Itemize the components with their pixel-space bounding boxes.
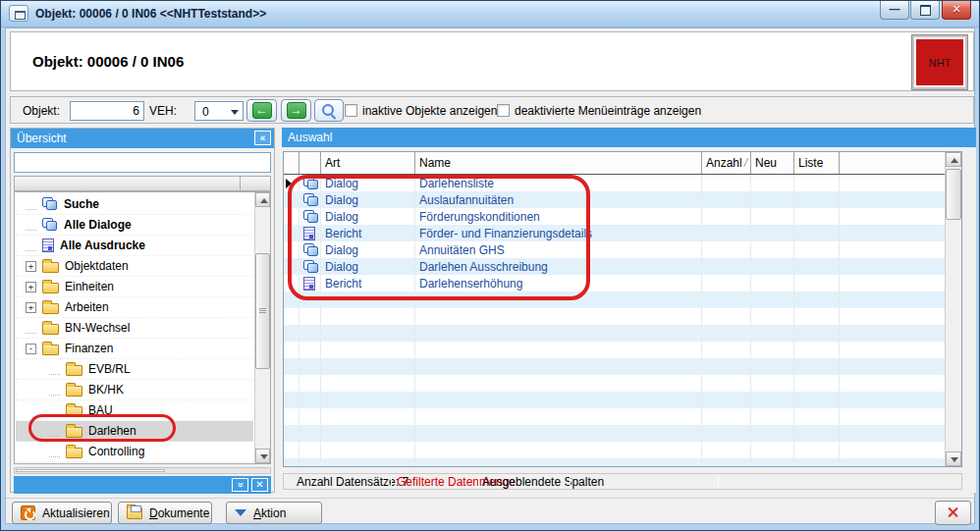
row-cell [840,241,945,258]
tree-horizontal-scrollbar[interactable] [14,467,271,474]
col-extra[interactable] [840,152,945,174]
tree-item-alle-ausdrucke[interactable]: Alle Ausdrucke [16,236,253,256]
veh-label: VEH: [149,104,177,118]
tree-list: SucheAlle DialogeAlle Ausdrucke+Objektda… [16,193,253,462]
row-icon-cell [299,208,321,225]
row-cell [751,425,794,442]
row-art-cell [321,408,415,425]
row-cell [702,408,751,425]
tree-item-evb-rl[interactable]: EVB/RL [16,359,253,380]
col-icon[interactable] [299,152,321,174]
scroll-up-icon[interactable] [946,152,961,167]
table-row-empty [284,308,945,325]
tree-item-label: Controlling [88,445,144,458]
tree-item-controlling[interactable]: Controlling [16,442,253,462]
tree-item-einheiten[interactable]: +Einheiten [16,277,253,297]
row-selector-cell [284,175,299,191]
dialog-close-button[interactable]: ✕ [935,501,971,525]
row-icon-cell [299,275,321,292]
col-anzahl[interactable]: Anzahl/ [702,152,751,174]
row-name-cell: Förder- und Finanzierungsdetails [415,225,702,241]
scroll-down-icon[interactable] [255,449,270,463]
row-art-cell [321,375,415,392]
table-row[interactable]: BerichtDarlehenserhöhung [284,275,945,292]
row-art-cell [321,442,415,458]
tree-item-label: BAU [88,403,113,417]
sidebar-close-button[interactable]: ✕ [251,478,268,492]
action-button[interactable]: Aktion [226,502,322,524]
system-menu-icon[interactable] [9,5,28,22]
table-row[interactable]: DialogFörderungskonditionen [284,208,945,225]
row-cell [702,208,751,225]
application-window: Objekt: 00006 / 0 IN06 <<NHTTeststand>> … [0,0,980,531]
tree-item-bn-wechsel[interactable]: BN-Wechsel [16,318,253,339]
forward-button[interactable]: → [281,99,311,122]
table-row[interactable]: BerichtFörder- und Finanzierungsdetails [284,225,945,241]
col-art[interactable]: Art [321,152,415,174]
tree-item-alle-dialoge[interactable]: Alle Dialoge [16,215,253,236]
minus-expander-icon[interactable]: - [26,344,36,354]
inactive-objects-checkbox[interactable] [345,104,357,117]
close-button[interactable]: ✕ [942,1,971,20]
tree-item-suche[interactable]: Suche [16,194,253,215]
table-row[interactable]: DialogDarlehensliste [284,175,945,191]
sidebar-bottom-bar: « ✕ [14,476,271,494]
col-selector[interactable] [284,152,299,174]
row-cell [702,275,751,292]
row-art-cell: Dialog [321,241,415,258]
table-row[interactable]: DialogAuslaufannuitäten [284,191,945,208]
minimize-button[interactable]: — [880,1,909,20]
row-cell [840,175,945,191]
table-row-empty [284,292,945,308]
deactivated-entries-checkbox[interactable] [497,104,510,117]
table-row[interactable]: DialogAnnuitäten GHS [284,241,945,258]
report-icon [42,239,54,252]
row-cell [840,358,945,375]
selection-table: Art Name Anzahl/ Neu Liste DialogDarlehe… [283,151,962,467]
col-name[interactable]: Name [415,152,702,174]
plus-expander-icon[interactable]: + [26,302,36,313]
tree-item-bau[interactable]: BAU [16,400,253,421]
objekt-input[interactable] [70,101,144,121]
dialog-icon [42,218,58,232]
row-cell [794,225,840,241]
refresh-button[interactable]: Aktualisieren [12,502,112,524]
tree-item-bk-hk[interactable]: BK/HK [16,380,253,400]
sort-indicator-icon: / [744,152,747,174]
col-neu[interactable]: Neu [751,152,794,174]
tree-item-finanzen[interactable]: -Finanzen [16,339,253,359]
row-cell [794,425,840,442]
plus-expander-icon[interactable]: + [26,282,36,292]
sidebar-list-header [14,176,271,191]
veh-value: 0 [202,105,209,119]
row-cell [840,342,945,358]
collapse-sidebar-button[interactable]: « [254,131,271,145]
row-icon-cell [299,225,321,241]
row-cell [840,308,945,325]
scroll-down-icon[interactable] [946,451,961,466]
row-selector-cell [284,442,299,458]
veh-select[interactable]: 0 [194,101,244,121]
documents-button[interactable]: Dokumente [118,502,212,524]
dialog-icon [303,210,319,224]
expand-down-button[interactable]: « [232,478,248,492]
search-button[interactable] [314,99,344,122]
tree-item-arbeiten[interactable]: +Arbeiten [16,297,253,318]
tree-item-objektdaten[interactable]: +Objektdaten [16,256,253,277]
table-scrollbar[interactable] [945,152,961,466]
row-cell [840,225,945,241]
plus-expander-icon[interactable]: + [26,261,36,272]
row-selector-cell [284,191,299,208]
scrollbar-thumb[interactable] [946,169,961,220]
dialog-icon [303,177,319,190]
sidebar-filter-input[interactable] [14,152,271,173]
maximize-button[interactable] [910,1,940,20]
scroll-up-icon[interactable] [255,192,270,207]
back-button[interactable]: ← [246,99,277,122]
tree-item-darlehen[interactable]: Darlehen [16,421,253,442]
refresh-button-label: Aktualisieren [42,506,110,520]
tree-scrollbar[interactable] [254,192,270,463]
scrollbar-thumb[interactable] [255,253,270,369]
col-liste[interactable]: Liste [794,152,840,174]
table-row[interactable]: DialogDarlehen Ausschreibung [284,258,945,275]
